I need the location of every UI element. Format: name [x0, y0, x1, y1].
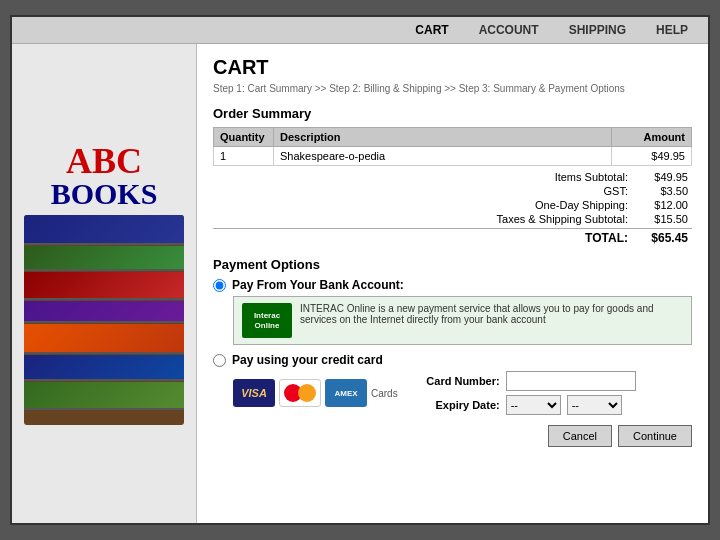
cancel-button[interactable]: Cancel	[548, 425, 612, 447]
shipping-row: One-Day Shipping: $12.00	[213, 198, 692, 212]
order-summary-title: Order Summary	[213, 106, 692, 121]
taxes-shipping-label: Taxes & Shipping Subtotal:	[428, 213, 628, 225]
gst-row: GST: $3.50	[213, 184, 692, 198]
continue-button[interactable]: Continue	[618, 425, 692, 447]
subtotals: Items Subtotal: $49.95 GST: $3.50 One-Da…	[213, 170, 692, 247]
credit-option-label: Pay using your credit card	[232, 353, 383, 367]
nav-cart[interactable]: CART	[415, 23, 448, 37]
total-label: TOTAL:	[428, 231, 628, 245]
bank-option: Pay From Your Bank Account: InteracOnlin…	[213, 278, 692, 345]
items-subtotal-value: $49.95	[628, 171, 688, 183]
items-subtotal-label: Items Subtotal:	[428, 171, 628, 183]
expiry-label: Expiry Date:	[420, 399, 500, 411]
items-subtotal-row: Items Subtotal: $49.95	[213, 170, 692, 184]
expiry-year-select[interactable]: --	[567, 395, 622, 415]
order-table: Quantity Description Amount 1 Shakespear…	[213, 127, 692, 166]
nav-help[interactable]: HELP	[656, 23, 688, 37]
visa-icon: VISA	[233, 379, 275, 407]
card-number-label: Card Number:	[420, 375, 500, 387]
table-row: 1 Shakespeare-o-pedia $49.95	[214, 147, 692, 166]
total-value: $65.45	[628, 231, 688, 245]
taxes-shipping-value: $15.50	[628, 213, 688, 225]
col-quantity: Quantity	[214, 128, 274, 147]
expiry-month-select[interactable]: --	[506, 395, 561, 415]
payment-title: Payment Options	[213, 257, 692, 272]
gst-label: GST:	[428, 185, 628, 197]
item-description: Shakespeare-o-pedia	[274, 147, 612, 166]
amex-icon: AMEX	[325, 379, 367, 407]
cards-label: Cards	[371, 388, 398, 399]
shipping-label: One-Day Shipping:	[428, 199, 628, 211]
interac-box: InteracOnline INTERAC Online is a new pa…	[233, 296, 692, 345]
interac-text: INTERAC Online is a new payment service …	[300, 303, 683, 325]
expiry-row: Expiry Date: -- --	[420, 395, 636, 415]
card-number-input[interactable]	[506, 371, 636, 391]
nav-account[interactable]: ACCOUNT	[479, 23, 539, 37]
bank-option-label: Pay From Your Bank Account:	[232, 278, 404, 292]
payment-section: Payment Options Pay From Your Bank Accou…	[213, 257, 692, 415]
sidebar: ABC BOOKS	[12, 44, 197, 523]
nav-shipping[interactable]: SHIPPING	[569, 23, 626, 37]
main-layout: ABC BOOKS CA	[12, 44, 708, 523]
gst-value: $3.50	[628, 185, 688, 197]
card-form: Card Number: Expiry Date: -- --	[420, 371, 636, 415]
item-quantity: 1	[214, 147, 274, 166]
main-window: CART ACCOUNT SHIPPING HELP ABC BOOKS	[10, 15, 710, 525]
interac-logo: InteracOnline	[242, 303, 292, 338]
taxes-shipping-row: Taxes & Shipping Subtotal: $15.50	[213, 212, 692, 226]
item-amount: $49.95	[612, 147, 692, 166]
page-title: CART	[213, 56, 692, 79]
credit-card-row: VISA AMEX Cards Card Number:	[233, 371, 692, 415]
total-row: TOTAL: $65.45	[213, 228, 692, 247]
logo-abc: ABC	[24, 143, 184, 179]
col-description: Description	[274, 128, 612, 147]
credit-radio[interactable]	[213, 354, 226, 367]
logo-area: ABC BOOKS	[14, 133, 194, 435]
credit-card-section: Pay using your credit card VISA AMEX Car…	[213, 353, 692, 415]
content-area: CART Step 1: Cart Summary >> Step 2: Bil…	[197, 44, 708, 523]
action-row: Cancel Continue	[213, 425, 692, 447]
bank-radio-row: Pay From Your Bank Account:	[213, 278, 692, 292]
nav-bar: CART ACCOUNT SHIPPING HELP	[12, 17, 708, 44]
card-number-row: Card Number:	[420, 371, 636, 391]
credit-radio-row: Pay using your credit card	[213, 353, 692, 367]
shipping-value: $12.00	[628, 199, 688, 211]
logo-books: BOOKS	[24, 179, 184, 209]
mastercard-icon	[279, 379, 321, 407]
breadcrumb: Step 1: Cart Summary >> Step 2: Billing …	[213, 83, 692, 94]
col-amount: Amount	[612, 128, 692, 147]
bank-radio[interactable]	[213, 279, 226, 292]
